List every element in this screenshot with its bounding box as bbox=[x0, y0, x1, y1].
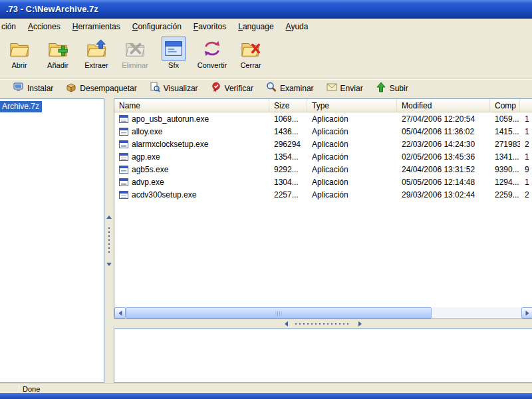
file-comp: 1059... bbox=[490, 114, 520, 124]
menu-item-partial[interactable]: ción bbox=[0, 19, 22, 34]
file-extra: 2 bbox=[520, 140, 532, 149]
file-name: alloy.exe bbox=[132, 127, 162, 136]
examine-magnifier-icon bbox=[266, 82, 277, 94]
vertical-splitter[interactable] bbox=[104, 98, 114, 383]
menu-item-favoritos[interactable]: Favoritos bbox=[188, 19, 232, 34]
collapse-right-icon bbox=[106, 263, 112, 266]
scroll-left-icon bbox=[118, 311, 122, 316]
column-header-size[interactable]: Size bbox=[269, 99, 307, 112]
file-extra: 1 bbox=[520, 127, 532, 136]
file-extra: 9 bbox=[520, 165, 532, 174]
collapse-left-icon bbox=[106, 215, 112, 219]
statusbar-divider bbox=[19, 385, 19, 392]
convert-button-label: Convertir bbox=[198, 61, 227, 69]
file-extra: 1 bbox=[520, 152, 532, 162]
convert-button[interactable]: Convertir bbox=[193, 35, 231, 69]
horizontal-splitter-grip[interactable] bbox=[285, 321, 362, 327]
open-button[interactable]: Abrir bbox=[0, 35, 39, 69]
splitter-dots bbox=[108, 227, 110, 254]
examine-button[interactable]: Examinar bbox=[263, 80, 317, 96]
file-modified: 05/05/2006 12:14:48 bbox=[397, 178, 490, 187]
vertical-splitter-grip[interactable] bbox=[106, 215, 112, 266]
sfx-button[interactable]: Sfx bbox=[154, 35, 193, 69]
install-button[interactable]: Instalar bbox=[10, 80, 57, 96]
column-header-type[interactable]: Type bbox=[307, 99, 397, 112]
delete-button-label: Eliminar bbox=[122, 61, 148, 69]
file-name: alarmxclocksetup.exe bbox=[132, 140, 208, 149]
column-header-comp[interactable]: Comp bbox=[490, 99, 520, 112]
convert-icon bbox=[200, 37, 224, 61]
view-button-label: Visualizar bbox=[164, 84, 198, 93]
install-button-label: Instalar bbox=[27, 84, 53, 93]
menu-item-herramientas[interactable]: Herramientas bbox=[66, 19, 126, 34]
taskbar-strip bbox=[0, 393, 532, 399]
horizontal-splitter[interactable] bbox=[114, 319, 532, 329]
scrollbar-thumb[interactable] bbox=[126, 307, 432, 319]
close-button-label: Cerrar bbox=[240, 61, 261, 69]
upload-arrow-icon bbox=[376, 82, 386, 94]
verify-button[interactable]: Verificar bbox=[207, 80, 257, 96]
menu-item-acciones[interactable]: Acciones bbox=[22, 19, 66, 34]
application-file-icon bbox=[119, 191, 128, 199]
title-bar[interactable]: .73 - C:\NewArchive.7z bbox=[0, 0, 532, 19]
clipped-icon bbox=[0, 83, 6, 93]
collapse-up-icon bbox=[285, 321, 288, 327]
file-name: advp.exe bbox=[132, 178, 164, 187]
file-modified: 24/04/2006 13:31:52 bbox=[397, 165, 490, 174]
status-text: Done bbox=[23, 385, 40, 393]
table-row[interactable]: apo_usb_autorun.exe 1069... Aplicación 2… bbox=[114, 112, 532, 125]
file-size: 296294 bbox=[269, 140, 307, 149]
file-type: Aplicación bbox=[307, 127, 397, 136]
comment-panel bbox=[114, 329, 532, 383]
table-row[interactable]: acdv300setup.exe 2257... Aplicación 29/0… bbox=[114, 188, 532, 201]
unpack-button-label: Desempaquetar bbox=[80, 84, 136, 93]
add-button[interactable]: Añadir bbox=[39, 35, 77, 69]
column-header-modified[interactable]: Modified bbox=[397, 99, 490, 112]
table-row[interactable]: alarmxclocksetup.exe 296294 Aplicación 2… bbox=[114, 138, 532, 150]
extract-button[interactable]: Extraer bbox=[77, 35, 116, 69]
menu-item-configuracion[interactable]: Configuración bbox=[126, 19, 188, 34]
verify-button-label: Verificar bbox=[225, 84, 253, 93]
file-name: agb5s.exe bbox=[132, 165, 168, 174]
sfx-icon bbox=[162, 37, 186, 61]
table-row[interactable]: alloy.exe 1436... Aplicación 05/04/2006 … bbox=[114, 125, 532, 138]
file-comp: 1415... bbox=[490, 127, 520, 136]
file-size: 1354... bbox=[269, 152, 307, 162]
file-name: agp.exe bbox=[132, 152, 160, 162]
column-header-name[interactable]: Name bbox=[114, 99, 269, 112]
scroll-left-button[interactable] bbox=[114, 307, 126, 319]
file-extra: 1 bbox=[520, 114, 532, 124]
file-modified: 02/05/2006 13:45:36 bbox=[397, 152, 490, 162]
unpack-box-icon bbox=[66, 82, 76, 94]
window-title: .73 - C:\NewArchive.7z bbox=[6, 4, 98, 14]
file-type: Aplicación bbox=[307, 190, 397, 200]
table-row[interactable]: agp.exe 1354... Aplicación 02/05/2006 13… bbox=[114, 150, 532, 163]
menu-item-language[interactable]: Language bbox=[232, 19, 279, 34]
tree-item-archive[interactable]: Archive.7z bbox=[0, 101, 42, 112]
sfx-button-label: Sfx bbox=[168, 61, 179, 69]
delete-button[interactable]: Eliminar bbox=[116, 35, 154, 69]
close-button[interactable]: Cerrar bbox=[231, 35, 270, 69]
main-toolbar: Abrir Añadir bbox=[0, 35, 532, 78]
file-size: 1436... bbox=[269, 127, 307, 136]
file-modified: 27/04/2006 12:20:54 bbox=[397, 114, 490, 124]
menu-item-ayuda[interactable]: Ayuda bbox=[280, 19, 315, 34]
application-file-icon bbox=[119, 140, 128, 148]
horizontal-scrollbar[interactable] bbox=[114, 307, 532, 319]
scroll-right-button[interactable] bbox=[521, 307, 532, 319]
column-header-clipped[interactable] bbox=[520, 99, 532, 112]
open-folder-icon bbox=[7, 37, 31, 61]
upload-button[interactable]: Subir bbox=[372, 80, 412, 96]
table-row[interactable]: advp.exe 1304... Aplicación 05/05/2006 1… bbox=[114, 176, 532, 188]
application-file-icon bbox=[119, 128, 128, 136]
unpack-button[interactable]: Desempaquetar bbox=[63, 80, 140, 96]
file-type: Aplicación bbox=[307, 152, 397, 162]
view-button[interactable]: Visualizar bbox=[146, 80, 201, 96]
status-bar: Done bbox=[0, 383, 532, 393]
file-type: Aplicación bbox=[307, 178, 397, 187]
menu-bar: ción Acciones Herramientas Configuración… bbox=[0, 19, 532, 35]
extract-icon bbox=[84, 37, 108, 61]
table-row[interactable]: agb5s.exe 9292... Aplicación 24/04/2006 … bbox=[114, 163, 532, 176]
add-icon bbox=[46, 37, 70, 61]
send-button[interactable]: Enviar bbox=[323, 80, 366, 96]
